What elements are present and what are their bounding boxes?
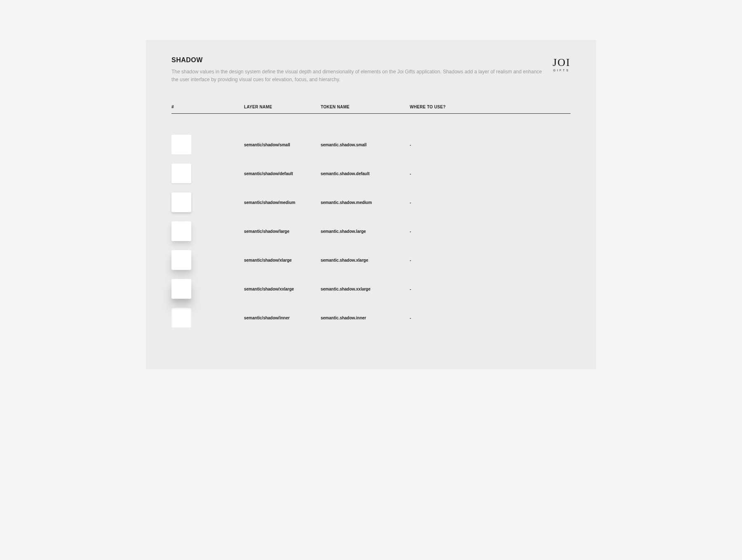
layer-name-cell: semantic/shadow/default (244, 171, 321, 176)
swatch-cell (171, 279, 244, 299)
usage-cell: - (410, 143, 571, 147)
swatch-cell (171, 308, 244, 328)
table-row: semantic/shadow/medium semantic.shadow.m… (171, 188, 571, 217)
table-body: semantic/shadow/small semantic.shadow.sm… (171, 114, 571, 332)
usage-cell: - (410, 229, 571, 234)
token-name-cell: semantic.shadow.small (321, 143, 410, 147)
table-row: semantic/shadow/large semantic.shadow.la… (171, 217, 571, 246)
token-name-cell: semantic.shadow.medium (321, 200, 410, 205)
swatch-cell (171, 221, 244, 241)
swatch-cell (171, 250, 244, 270)
shadow-swatch-default (171, 164, 191, 183)
col-header-usage: WHERE TO USE? (410, 105, 571, 109)
brand-logo-tagline: GIFTS (552, 69, 571, 72)
shadow-swatch-xxlarge (171, 279, 191, 299)
layer-name-cell: semantic/shadow/xlarge (244, 258, 321, 262)
brand-logo-name: JOI (552, 57, 571, 68)
token-name-cell: semantic.shadow.inner (321, 316, 410, 320)
layer-name-cell: semantic/shadow/large (244, 229, 321, 234)
table-row: semantic/shadow/small semantic.shadow.sm… (171, 130, 571, 159)
token-name-cell: semantic.shadow.xxlarge (321, 287, 410, 291)
token-name-cell: semantic.shadow.large (321, 229, 410, 234)
shadow-swatch-small (171, 135, 191, 155)
col-header-sample: # (171, 105, 244, 109)
col-header-token: TOKEN NAME (321, 105, 410, 109)
layer-name-cell: semantic/shadow/medium (244, 200, 321, 205)
table-row: semantic/shadow/default semantic.shadow.… (171, 159, 571, 188)
layer-name-cell: semantic/shadow/xxlarge (244, 287, 321, 291)
shadow-swatch-medium (171, 192, 191, 212)
header-row: SHADOW The shadow values in the design s… (171, 56, 571, 83)
token-name-cell: semantic.shadow.default (321, 171, 410, 176)
brand-logo: JOI GIFTS (552, 56, 571, 72)
usage-cell: - (410, 258, 571, 262)
usage-cell: - (410, 287, 571, 291)
token-name-cell: semantic.shadow.xlarge (321, 258, 410, 262)
layer-name-cell: semantic/shadow/small (244, 143, 321, 147)
swatch-cell (171, 192, 244, 212)
table-row: semantic/shadow/xxlarge semantic.shadow.… (171, 274, 571, 303)
page-description: The shadow values in the design system d… (171, 68, 542, 83)
col-header-layer: LAYER NAME (244, 105, 321, 109)
shadow-swatch-inner (171, 308, 191, 328)
header-text: SHADOW The shadow values in the design s… (171, 56, 542, 83)
design-doc-sheet: SHADOW The shadow values in the design s… (146, 40, 596, 369)
page-title: SHADOW (171, 56, 542, 64)
shadow-swatch-xlarge (171, 250, 191, 270)
usage-cell: - (410, 200, 571, 205)
table-header: # LAYER NAME TOKEN NAME WHERE TO USE? (171, 105, 571, 114)
shadow-token-table: # LAYER NAME TOKEN NAME WHERE TO USE? se… (171, 105, 571, 332)
usage-cell: - (410, 316, 571, 320)
swatch-cell (171, 135, 244, 155)
swatch-cell (171, 164, 244, 183)
shadow-swatch-large (171, 221, 191, 241)
layer-name-cell: semantic/shadow/inner (244, 316, 321, 320)
table-row: semantic/shadow/xlarge semantic.shadow.x… (171, 246, 571, 274)
usage-cell: - (410, 171, 571, 176)
table-row: semantic/shadow/inner semantic.shadow.in… (171, 303, 571, 332)
